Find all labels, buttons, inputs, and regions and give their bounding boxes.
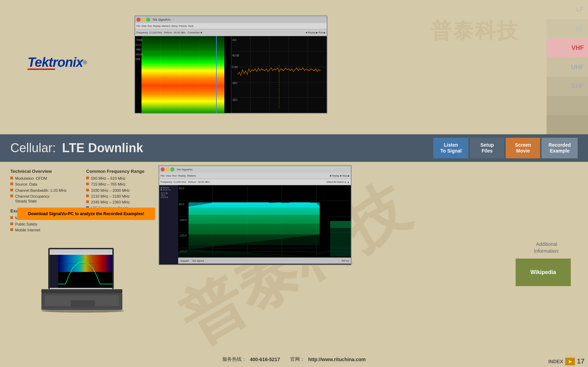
freq-text-5: 2345 MHz – 2360 MHz: [91, 200, 130, 205]
freq-range-list: 590 MHz – 610 MHz 715 MHz – 765 MHz 1930…: [86, 176, 155, 211]
toolbar-view[interactable]: View: [141, 25, 146, 27]
main-screenshot: Tek SignalVu File View Run Replay Marker…: [159, 165, 352, 265]
main-ss-close-icon[interactable]: [161, 167, 165, 171]
freq-item-5: 2345 MHz – 2360 MHz: [86, 200, 155, 205]
waterfall-svg: -Thresh: 31.2 s -RBW: 100 kHz VBW:: [135, 36, 231, 113]
footer-phone-label: 服务热线：: [222, 356, 246, 363]
freq-bands-panel: LF HF VHF UHF SHF: [547, 0, 588, 134]
svg-rect-64: [189, 234, 320, 245]
main-toolbar-replay2: ■ Replay ■ Stop ▶: [330, 175, 349, 177]
main-ss-minimize-icon[interactable]: [165, 167, 170, 171]
toolbar-replay[interactable]: Replay: [153, 25, 161, 27]
spectrum-trace-svg: -40.0 -68.0 dB (1 vpx) -100.0 -135.0: [231, 36, 327, 113]
main-reflevel-label: RefLev: -40.00 dBm: [188, 181, 210, 183]
main-freq-label: Frequency: 2.1100 GHz: [161, 181, 186, 183]
svg-rect-63: [189, 224, 320, 234]
svg-text:-100.0: -100.0: [179, 219, 187, 222]
svg-text:80.0: 80.0: [179, 203, 184, 206]
toolbar-setup[interactable]: Setup: [171, 25, 178, 27]
freq-text-2: 715 MHz – 765 MHz: [91, 182, 125, 187]
freq-item-1: 590 MHz – 610 MHz: [86, 176, 155, 181]
top-screenshot: Tek SignalVu File View Run Replay Marker…: [134, 15, 327, 114]
tech-overview-list: Modulation: OFDM Source: Data Channel Ba…: [10, 176, 79, 203]
bullet-icon-1: [10, 177, 13, 179]
main-toolbar-replay: Replay: [178, 175, 186, 177]
svg-text:100 kHz: 100 kHz: [136, 53, 143, 56]
laptop-svg: [38, 244, 128, 313]
maximize-btn-icon[interactable]: [146, 18, 150, 22]
svg-rect-33: [50, 249, 112, 253]
top-section: 普泰科技 Tektronix® Tek SignalVu File View R…: [0, 0, 588, 134]
main-toolbar-view: View: [166, 175, 171, 177]
main-ss-title: Tek SignalVu: [176, 168, 192, 171]
reflevel-label: RefLev: -40.00 dBm: [164, 31, 185, 34]
bullet-icon-12: [86, 200, 89, 203]
svg-text:-100.0: -100.0: [232, 82, 237, 85]
svg-rect-61: [189, 208, 320, 215]
close-btn-icon[interactable]: [136, 18, 141, 22]
main-status-bar: stopped Not signed Ref Int: [178, 258, 351, 264]
vhf-label: VHF: [571, 44, 584, 52]
minimize-btn-icon[interactable]: [141, 18, 145, 22]
screen-movie-button[interactable]: ScreenMovie: [506, 138, 540, 158]
uhf-label: UHF: [571, 64, 584, 71]
svg-text:(1 vpx): (1 vpx): [232, 65, 237, 69]
freq-text-1: 590 MHz – 610 MHz: [91, 176, 125, 181]
svg-text:31.2 s: 31.2 s: [136, 43, 141, 46]
left-info-col: Technical Overview Modulation: OFDM Sour…: [10, 169, 79, 237]
tektronix-logo-area: Tektronix®: [28, 55, 87, 70]
tech-item-occupancy: Channel Occupancy:Steady State: [10, 194, 79, 204]
svg-text:-Thresh:: -Thresh:: [136, 39, 143, 42]
freq-band-vhf: VHF: [547, 38, 588, 57]
connection-label: Connection ■: [188, 31, 202, 34]
app-item-internet: Mobile Internet: [10, 228, 79, 232]
bullet-icon-8: [86, 177, 89, 179]
toolbar-tools[interactable]: Tools: [188, 25, 193, 27]
main-ss-maximize-icon[interactable]: [170, 167, 174, 171]
bullet-icon-6: [10, 222, 13, 225]
toolbar-file[interactable]: File: [136, 25, 140, 27]
status-ref: Ref Int: [342, 260, 349, 262]
tektronix-logo-text: Tektronix: [28, 55, 83, 70]
svg-text:-RBW:: -RBW:: [136, 48, 141, 51]
replay-label: ■ Replay ▶ Run ▶: [306, 31, 325, 34]
right-info-panel: AdditionalInformation: Wikipedia: [516, 241, 578, 286]
listen-to-signal-button[interactable]: ListenTo Signal: [433, 138, 468, 158]
tech-bandwidth-text: Channel Bandwidth: 1-20 MHz: [15, 188, 67, 193]
wikipedia-button[interactable]: Wikipedia: [516, 259, 571, 286]
lf-label: LF: [576, 6, 584, 13]
bullet-icon-2: [10, 182, 13, 185]
tech-occupancy-text: Channel Occupancy:Steady State: [15, 194, 50, 204]
svg-text:-40.0: -40.0: [232, 39, 236, 42]
frequency-label: Frequency: 2.1100 GHz: [136, 31, 162, 34]
download-bar[interactable]: Download SignalVu-PC to analyze the Reco…: [17, 208, 155, 220]
freq-band-extra1: [547, 96, 588, 115]
shf-label: SHF: [571, 83, 584, 90]
toolbar-run[interactable]: Run: [148, 25, 152, 27]
title-prefix: Cellular:: [10, 141, 56, 155]
toolbar-markers[interactable]: Markers: [162, 25, 170, 27]
toolbar-presets[interactable]: Presets: [179, 25, 187, 27]
main-ss-toolbar3: Frequency: 2.1100 GHz RefLev: -40.00 dBm…: [159, 179, 351, 185]
svg-text:60.0: 60.0: [179, 187, 184, 190]
status-not-signed: Not signed: [192, 260, 204, 262]
page-title: Cellular: LTE Downlink: [10, 141, 143, 155]
bullet-icon-5: [10, 216, 13, 219]
recorded-example-button[interactable]: RecordedExample: [541, 138, 578, 158]
index-arrow-icon[interactable]: ➤: [565, 358, 575, 365]
svg-text:-135.0: -135.0: [232, 98, 237, 102]
setup-files-button[interactable]: SetupFiles: [470, 138, 504, 158]
tech-item-bandwidth: Channel Bandwidth: 1-20 MHz: [10, 188, 79, 193]
svg-text:-68.0 dB: -68.0 dB: [232, 54, 239, 57]
freq-band-extra2: [547, 115, 588, 134]
top-ss-toolbar: File View Run Replay Markers Setup Prese…: [135, 23, 327, 29]
freq-band-uhf: UHF: [547, 57, 588, 77]
watermark-chinese-top: 普泰科技: [431, 17, 519, 45]
tech-item-source: Source: Data: [10, 182, 79, 187]
main-select-label: Select All Select ◎ ▲: [326, 181, 349, 184]
freq-text-3: 1930 MHz – 2000 MHz: [91, 188, 130, 193]
index-button-group[interactable]: INDEX ➤ 17: [548, 357, 585, 365]
svg-rect-0: [142, 36, 225, 113]
svg-rect-34: [50, 253, 112, 255]
tech-source-text: Source: Data: [15, 182, 37, 187]
